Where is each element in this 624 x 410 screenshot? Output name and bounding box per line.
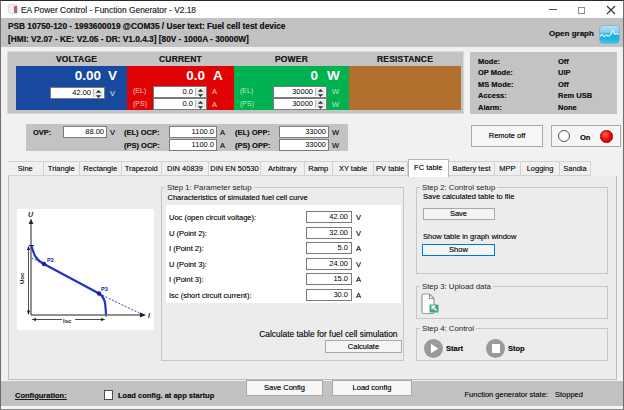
svg-text:P3: P3: [101, 286, 108, 292]
svg-text:I: I: [148, 312, 151, 319]
svg-text:U: U: [28, 211, 34, 218]
svg-text:P2: P2: [47, 257, 54, 263]
svg-text:Isc: Isc: [63, 318, 72, 324]
svg-text:Uoc: Uoc: [19, 272, 25, 284]
